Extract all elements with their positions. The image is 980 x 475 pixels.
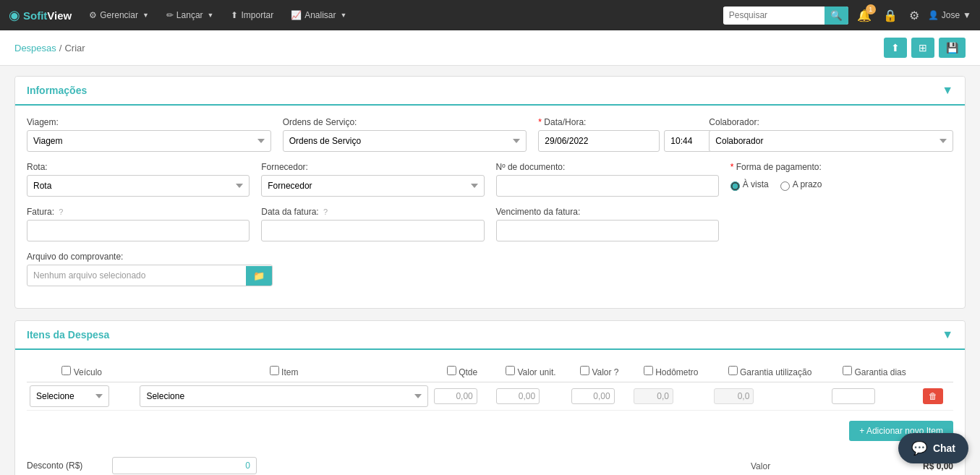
search-input[interactable] [723,7,825,23]
desconto-rs-input[interactable] [112,457,257,474]
breadcrumb-parent[interactable]: Despesas [14,43,56,54]
ordens-group: Ordens de Serviço: Ordens de Serviço [283,117,527,152]
nav-analisar-label: Analisar [304,10,336,20]
th-actions [920,361,953,382]
breadcrumb: Despesas / Criar [14,43,85,54]
td-qtde [431,382,493,411]
vencimento-input[interactable] [496,220,719,241]
ndoc-input[interactable] [496,175,719,197]
file-upload-button[interactable]: 📁 [246,266,272,286]
fatura-group: Fatura: ? [27,207,250,241]
ordens-label: Ordens de Serviço: [283,117,527,127]
nav-analisar[interactable]: 📈 Analisar ▼ [284,6,354,25]
valor-help-icon[interactable]: ? [614,367,619,377]
viagem-label: Viagem: [27,117,271,127]
file-input-wrapper: Nenhum arquivo selecionado 📁 [27,265,273,286]
rota-select[interactable]: Rota [27,175,250,197]
valor-unit-input[interactable] [496,388,540,404]
form-row-1: Viagem: Viagem Ordens de Serviço: Ordens… [27,117,953,152]
td-hodometro [631,382,711,411]
informacoes-header: Informações ▼ [15,77,965,106]
ordens-select[interactable]: Ordens de Serviço [283,130,527,152]
td-veiculo: Selecione [27,382,137,411]
valor-checkbox[interactable] [580,366,589,375]
veiculo-checkbox[interactable] [61,366,71,375]
data-input[interactable] [538,130,660,152]
chat-button[interactable]: 💬 Chat [898,433,968,463]
fatura-input[interactable] [27,220,250,241]
data-hora-inputs [538,130,697,152]
radio-aprazo[interactable] [780,181,790,191]
user-menu[interactable]: 👤 Jose ▼ [928,10,971,20]
data-fatura-input[interactable] [261,220,484,241]
ndoc-group: Nº de documento: [496,162,719,197]
data-fatura-help-icon[interactable]: ? [323,207,328,216]
radio-aprazo-group: A prazo [780,179,822,192]
navbar: ◉ Sofit View ⚙ Gerenciar ▼ ✏ Lançar ▼ ⬆ … [0,0,980,30]
informacoes-toggle[interactable]: ▼ [942,84,953,97]
notification-bell[interactable]: 🔔 1 [854,6,874,25]
forma-pagamento-group: * Forma de pagamento: À vista A prazo [730,162,953,197]
form-row-4: Arquivo do comprovante: Nenhum arquivo s… [27,252,953,286]
search-button[interactable]: 🔍 [825,7,848,25]
arquivo-group: Arquivo do comprovante: Nenhum arquivo s… [27,252,273,286]
qtde-checkbox[interactable] [447,366,456,375]
ndoc-label: Nº de documento: [496,162,719,172]
chevron-down-icon: ▼ [142,12,149,19]
gear-icon: ⚙ [89,10,97,20]
garantia-dias-checkbox[interactable] [843,366,852,375]
desconto-rs-row: Desconto (R$) [27,457,736,474]
fornecedor-select[interactable]: Fornecedor [261,175,484,197]
radio-avista-label: À vista [743,179,769,189]
nav-lancar[interactable]: ✏ Lançar ▼ [159,6,221,25]
nav-importar-label: Importar [241,10,273,20]
radio-avista-group: À vista [730,179,769,192]
fornecedor-label: Fornecedor: [261,162,484,172]
upload-button[interactable]: ⬆ [884,38,907,58]
vencimento-group: Vencimento da fatura: [496,207,719,241]
table-header-row: Veículo Item Qtde Valor unit. [27,361,953,382]
hodometro-input[interactable] [634,388,673,404]
garantia-dias-input[interactable] [832,388,875,404]
itens-title: Itens da Despesa [27,329,109,341]
lock-icon[interactable]: 🔒 [880,6,900,25]
nav-gerenciar[interactable]: ⚙ Gerenciar ▼ [82,6,156,25]
td-garantia-util [711,382,828,411]
nav-importar[interactable]: ⬆ Importar [223,6,281,25]
colaborador-label: Colaborador: [709,117,953,127]
fatura-help-icon[interactable]: ? [59,207,63,216]
valor-unit-checkbox[interactable] [506,366,515,375]
file-input-text: Nenhum arquivo selecionado [27,267,246,284]
itens-toggle[interactable]: ▼ [942,328,953,341]
grid-button[interactable]: ⊞ [911,38,934,58]
garantia-util-input[interactable] [714,388,754,404]
notification-badge: 1 [866,4,876,14]
veiculo-select[interactable]: Selecione [30,385,109,407]
td-valor-unit [493,382,568,411]
td-garantia-dias [829,382,921,411]
save-button[interactable]: 💾 [939,38,966,58]
form-row-3: Fatura: ? Data da fatura: ? Vencimento d… [27,207,953,241]
brand-view: View [47,9,72,22]
brand-logo[interactable]: ◉ Sofit View [9,7,72,23]
radio-avista[interactable] [730,181,740,191]
item-select[interactable]: Selecione [140,385,427,407]
chat-label: Chat [933,442,955,454]
settings-icon[interactable]: ⚙ [906,6,922,25]
item-checkbox[interactable] [270,366,279,375]
garantia-util-checkbox[interactable] [728,366,738,375]
td-delete: 🗑 [920,382,953,411]
delete-item-button[interactable]: 🗑 [923,388,943,404]
arquivo-label: Arquivo do comprovante: [27,252,273,262]
forma-pagamento-label: * Forma de pagamento: [730,162,953,172]
viagem-select[interactable]: Viagem [27,130,271,152]
user-chevron: ▼ [963,10,971,20]
informacoes-title: Informações [27,85,87,96]
qtde-input[interactable] [434,388,477,404]
th-veiculo: Veículo [27,361,137,382]
user-icon: 👤 [928,10,939,20]
colaborador-select[interactable]: Colaborador [709,130,953,152]
hodometro-checkbox[interactable] [644,366,653,375]
data-hora-group: * Data/Hora: [538,117,697,152]
valor-input[interactable] [571,388,615,404]
